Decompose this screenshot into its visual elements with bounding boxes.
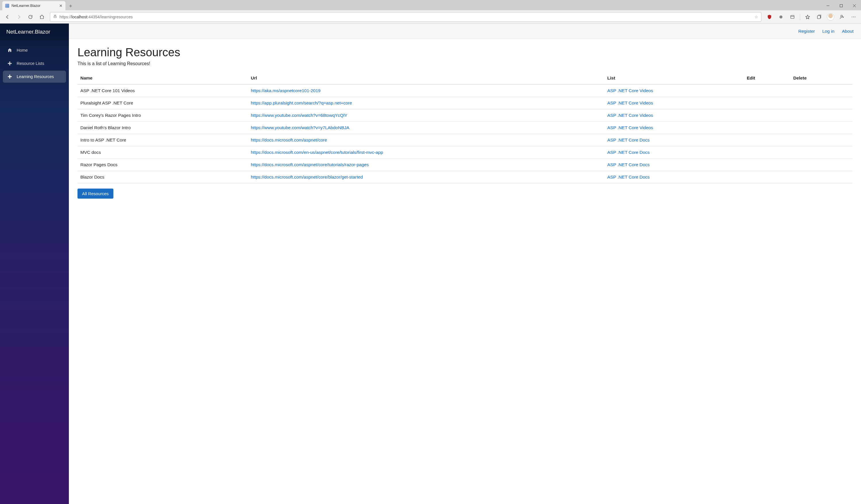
cell-name: Pluralsight ASP .NET Core bbox=[78, 97, 248, 109]
resource-list-link[interactable]: ASP .NET Core Docs bbox=[607, 175, 650, 179]
forward-button[interactable] bbox=[14, 12, 24, 22]
cell-delete bbox=[790, 97, 852, 109]
cell-url: https://docs.microsoft.com/aspnet/core/b… bbox=[248, 171, 604, 183]
cell-delete bbox=[790, 84, 852, 97]
resource-list-link[interactable]: ASP .NET Core Videos bbox=[607, 125, 653, 130]
cell-url: https://aka.ms/aspnetcore101-2019 bbox=[248, 84, 604, 97]
cell-name: ASP .NET Core 101 Videos bbox=[78, 84, 248, 97]
sidebar-item-resource-lists[interactable]: Resource Lists bbox=[3, 57, 66, 69]
resource-list-link[interactable]: ASP .NET Core Videos bbox=[607, 100, 653, 105]
svg-point-10 bbox=[841, 15, 843, 17]
main-area: Register Log in About Learning Resources… bbox=[69, 24, 861, 504]
cell-url: https://app.pluralsight.com/search/?q=as… bbox=[248, 97, 604, 109]
cell-edit bbox=[744, 109, 790, 122]
minimize-button[interactable] bbox=[821, 1, 835, 10]
feedback-icon[interactable] bbox=[837, 12, 847, 22]
cell-url: https://www.youtube.com/watch?v=y7LAbdoN… bbox=[248, 122, 604, 134]
svg-marker-8 bbox=[806, 15, 810, 19]
page-subtitle: This is a list of Learning Resources! bbox=[78, 61, 852, 66]
page-content: Learning Resources This is a list of Lea… bbox=[69, 39, 861, 205]
close-tab-icon[interactable]: ✕ bbox=[59, 3, 63, 8]
resource-url-link[interactable]: https://www.youtube.com/watch?v=68towqYc… bbox=[251, 113, 347, 118]
reading-view-icon[interactable] bbox=[787, 12, 797, 22]
window-controls bbox=[821, 1, 861, 10]
favorites-icon[interactable] bbox=[803, 12, 813, 22]
table-row: Tim Corey's Razor Pages Introhttps://www… bbox=[78, 109, 852, 122]
plus-icon bbox=[7, 61, 13, 66]
app-root: NetLearner.Blazor Home Resource Lists Le… bbox=[0, 24, 861, 504]
table-row: Razor Pages Docshttps://docs.microsoft.c… bbox=[78, 159, 852, 171]
cell-delete bbox=[790, 109, 852, 122]
table-row: Daniel Roth's Blazor Introhttps://www.yo… bbox=[78, 122, 852, 134]
col-edit: Edit bbox=[744, 72, 790, 84]
cell-name: Blazor Docs bbox=[78, 171, 248, 183]
tab-title: NetLearner.Blazor bbox=[12, 4, 57, 8]
col-url: Url bbox=[248, 72, 604, 84]
svg-rect-9 bbox=[817, 15, 821, 19]
cell-edit bbox=[744, 84, 790, 97]
sidebar-item-home[interactable]: Home bbox=[3, 44, 66, 56]
refresh-button[interactable] bbox=[25, 12, 36, 22]
plus-icon bbox=[7, 74, 13, 79]
more-icon[interactable]: ⋯ bbox=[848, 12, 859, 22]
resource-list-link[interactable]: ASP .NET Core Videos bbox=[607, 88, 653, 93]
table-row: Blazor Docshttps://docs.microsoft.com/as… bbox=[78, 171, 852, 183]
sidebar-nav: Home Resource Lists Learning Resources bbox=[0, 40, 69, 87]
resource-list-link[interactable]: ASP .NET Core Videos bbox=[607, 113, 653, 118]
cell-delete bbox=[790, 122, 852, 134]
svg-rect-6 bbox=[791, 15, 794, 18]
cell-list: ASP .NET Core Videos bbox=[604, 84, 744, 97]
cell-edit bbox=[744, 159, 790, 171]
browser-toolbar: https://localhost:44354/learningresource… bbox=[0, 10, 861, 24]
home-button[interactable] bbox=[37, 12, 47, 22]
table-header-row: Name Url List Edit Delete bbox=[78, 72, 852, 84]
svg-point-5 bbox=[779, 15, 783, 18]
collections-icon[interactable] bbox=[814, 12, 824, 22]
extension-grey-icon[interactable] bbox=[776, 12, 786, 22]
url-text: https://localhost:44354/learningresource… bbox=[59, 15, 752, 19]
cell-delete bbox=[790, 134, 852, 146]
sidebar-item-label: Home bbox=[17, 48, 28, 53]
resource-url-link[interactable]: https://aka.ms/aspnetcore101-2019 bbox=[251, 88, 320, 93]
favorite-icon[interactable]: ☆ bbox=[754, 15, 758, 19]
svg-rect-1 bbox=[840, 4, 843, 7]
tab-strip: NetLearner.Blazor ✕ ＋ bbox=[0, 0, 861, 10]
back-button[interactable] bbox=[2, 12, 13, 22]
cell-edit bbox=[744, 97, 790, 109]
resource-url-link[interactable]: https://docs.microsoft.com/aspnet/core bbox=[251, 137, 327, 142]
new-tab-button[interactable]: ＋ bbox=[67, 1, 74, 10]
browser-tab[interactable]: NetLearner.Blazor ✕ bbox=[2, 1, 66, 10]
resource-list-link[interactable]: ASP .NET Core Docs bbox=[607, 150, 650, 155]
topbar: Register Log in About bbox=[69, 24, 861, 39]
cell-list: ASP .NET Core Docs bbox=[604, 171, 744, 183]
cell-list: ASP .NET Core Videos bbox=[604, 122, 744, 134]
resource-url-link[interactable]: https://app.pluralsight.com/search/?q=as… bbox=[251, 100, 352, 105]
sidebar: NetLearner.Blazor Home Resource Lists Le… bbox=[0, 24, 69, 504]
home-icon bbox=[7, 47, 13, 53]
resource-url-link[interactable]: https://www.youtube.com/watch?v=y7LAbdoN… bbox=[251, 125, 349, 130]
login-link[interactable]: Log in bbox=[822, 29, 834, 34]
extension-ublock-icon[interactable] bbox=[764, 12, 775, 22]
resource-list-link[interactable]: ASP .NET Core Docs bbox=[607, 137, 650, 142]
address-bar[interactable]: https://localhost:44354/learningresource… bbox=[50, 12, 762, 22]
all-resources-button[interactable]: All Resources bbox=[78, 189, 113, 199]
window-close-button[interactable] bbox=[848, 1, 861, 10]
col-delete: Delete bbox=[790, 72, 852, 84]
sidebar-item-learning-resources[interactable]: Learning Resources bbox=[3, 71, 66, 83]
resource-list-link[interactable]: ASP .NET Core Docs bbox=[607, 162, 650, 167]
cell-list: ASP .NET Core Docs bbox=[604, 134, 744, 146]
register-link[interactable]: Register bbox=[798, 29, 815, 34]
cell-list: ASP .NET Core Docs bbox=[604, 159, 744, 171]
browser-chrome: NetLearner.Blazor ✕ ＋ bbox=[0, 0, 861, 24]
maximize-button[interactable] bbox=[835, 1, 848, 10]
table-row: ASP .NET Core 101 Videoshttps://aka.ms/a… bbox=[78, 84, 852, 97]
about-link[interactable]: About bbox=[842, 29, 853, 34]
resource-url-link[interactable]: https://docs.microsoft.com/aspnet/core/t… bbox=[251, 162, 369, 167]
resources-table: Name Url List Edit Delete ASP .NET Core … bbox=[78, 72, 852, 183]
cell-name: MVC docs bbox=[78, 146, 248, 159]
profile-button[interactable] bbox=[825, 12, 836, 22]
resource-url-link[interactable]: https://docs.microsoft.com/aspnet/core/b… bbox=[251, 175, 363, 179]
cell-list: ASP .NET Core Docs bbox=[604, 146, 744, 159]
resource-url-link[interactable]: https://docs.microsoft.com/en-us/aspnet/… bbox=[251, 150, 383, 155]
sidebar-item-label: Learning Resources bbox=[17, 74, 54, 79]
